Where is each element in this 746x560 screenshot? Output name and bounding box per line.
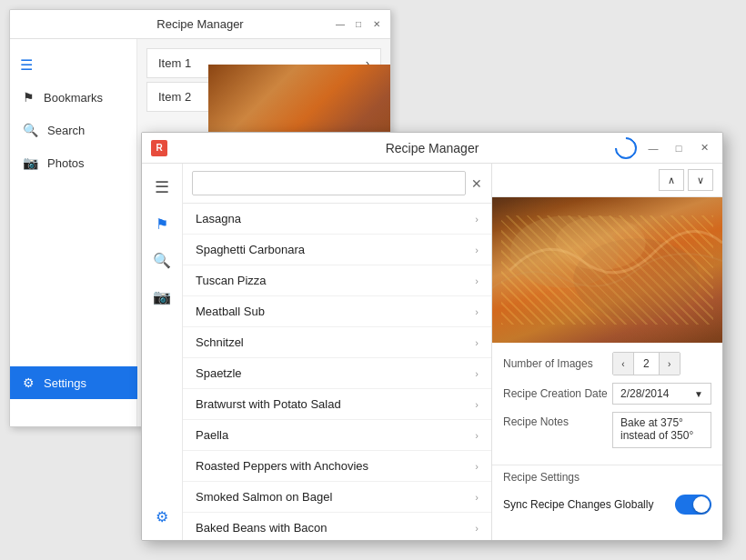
bg-win-controls: — □ ✕	[334, 18, 383, 31]
chevron-icon: ›	[475, 214, 479, 225]
chevron-icon: ›	[475, 492, 479, 503]
nav-up-button[interactable]: ∧	[659, 169, 684, 191]
left-sidebar: ☰ ⚑ 🔍 📷 ⚙	[142, 164, 183, 540]
num-images-label: Number of Images	[503, 357, 612, 370]
search-bar: ✕	[183, 164, 491, 204]
settings-section-label: Recipe Settings	[492, 465, 722, 487]
search-icon: 🔍	[23, 123, 38, 137]
settings-gear-icon: ⚙	[23, 375, 35, 390]
bg-sidebar-bookmarks[interactable]: ⚑ Bookmarks	[10, 81, 136, 114]
chevron-icon: ›	[475, 430, 479, 441]
sync-settings-row: Sync Recipe Changes Globally	[492, 487, 722, 522]
date-container: 2/28/2014 ▼	[612, 383, 711, 405]
toggle-knob	[693, 496, 710, 513]
chevron-icon: ›	[475, 306, 479, 317]
recipe-item-bratwurst[interactable]: Bratwurst with Potato Salad ›	[183, 389, 491, 420]
num-images-row: Number of Images ‹ 2 ›	[503, 352, 711, 375]
search-input[interactable]	[192, 171, 466, 195]
detail-panel: ∧ ∨ Number of Images	[492, 164, 722, 540]
chevron-icon: ›	[475, 245, 479, 255]
bookmark-icon: ⚑	[23, 90, 35, 105]
creation-date-label: Recipe Creation Date	[503, 387, 612, 400]
recipe-item-paella[interactable]: Paella ›	[183, 420, 491, 451]
main-content: ☰ ⚑ 🔍 📷 ⚙ ✕ Lasagna › Spaghetti Carbonar…	[142, 164, 722, 540]
main-window-title: Recipe Manager	[386, 141, 479, 155]
bg-sidebar-settings[interactable]: ⚙ Settings	[10, 366, 137, 399]
stepper-decrease-button[interactable]: ‹	[613, 353, 633, 375]
bg-title-bar: Recipe Manager — □ ✕	[10, 10, 390, 39]
sync-toggle[interactable]	[675, 495, 711, 515]
food-svg	[492, 197, 722, 343]
chevron-icon: ›	[475, 399, 479, 410]
date-value: 2/28/2014	[620, 387, 669, 400]
maximize-button[interactable]: □	[670, 139, 688, 157]
app-icon: R	[151, 140, 167, 156]
bg-sidebar-search[interactable]: 🔍 Search	[10, 114, 136, 146]
recipe-item-roasted-peppers[interactable]: Roasted Peppers with Anchovies ›	[183, 451, 491, 482]
recipe-item-meatball[interactable]: Meatball Sub ›	[183, 296, 491, 327]
bg-window-title: Recipe Manager	[156, 17, 243, 31]
sidebar-bookmark-icon[interactable]: ⚑	[146, 207, 178, 240]
recipe-item-spaghetti[interactable]: Spaghetti Carbonara ›	[183, 235, 491, 265]
creation-date-row: Recipe Creation Date 2/28/2014 ▼	[503, 383, 711, 405]
bg-minimize-btn[interactable]: —	[334, 18, 347, 31]
search-clear-icon[interactable]: ✕	[471, 176, 482, 191]
images-stepper: ‹ 2 ›	[612, 352, 680, 375]
refresh-icon[interactable]	[610, 133, 641, 164]
photos-icon: 📷	[23, 155, 38, 170]
sidebar-search-icon[interactable]: 🔍	[146, 244, 178, 276]
recipe-item-baked-beans[interactable]: Baked Beans with Bacon ›	[183, 513, 491, 540]
sidebar-settings-icon[interactable]: ⚙	[146, 500, 178, 533]
close-button[interactable]: ✕	[695, 139, 713, 157]
notes-container: Bake at 375° instead of 350°	[612, 412, 711, 448]
recipe-item-schnitzel[interactable]: Schnitzel ›	[183, 327, 491, 358]
date-dropdown-icon[interactable]: ▼	[694, 389, 703, 399]
food-image	[492, 197, 722, 343]
bg-sidebar: ☰ ⚑ Bookmarks 🔍 Search 📷 Photos ⚙ Settin…	[10, 39, 137, 426]
notes-value: Bake at 375° instead of 350°	[620, 416, 693, 442]
chevron-icon: ›	[475, 368, 479, 379]
notes-field[interactable]: Bake at 375° instead of 350°	[612, 412, 711, 448]
sync-label: Sync Recipe Changes Globally	[503, 498, 668, 511]
svg-point-3	[555, 215, 645, 270]
bg-maximize-btn[interactable]: □	[352, 18, 365, 31]
recipe-list-panel: ✕ Lasagna › Spaghetti Carbonara › Tuscan…	[183, 164, 492, 540]
chevron-icon: ›	[475, 337, 479, 348]
main-window: R Recipe Manager — □ ✕ ☰ ⚑ 🔍 📷 ⚙ ✕	[141, 132, 723, 541]
recipe-item-lasagna[interactable]: Lasagna ›	[183, 204, 491, 235]
nav-down-button[interactable]: ∨	[688, 169, 713, 191]
bg-menu-icon[interactable]: ☰	[10, 48, 43, 81]
chevron-icon: ›	[475, 461, 479, 472]
notes-label: Recipe Notes	[503, 412, 612, 428]
num-images-stepper-container: ‹ 2 ›	[612, 352, 711, 375]
minimize-button[interactable]: —	[644, 139, 662, 157]
recipe-item-spaetzle[interactable]: Spaetzle ›	[183, 358, 491, 389]
sidebar-menu-icon[interactable]: ☰	[146, 171, 178, 204]
chevron-icon: ›	[475, 275, 479, 286]
stepper-increase-button[interactable]: ›	[660, 353, 680, 375]
stepper-value: 2	[633, 353, 660, 375]
main-title-bar: R Recipe Manager — □ ✕	[142, 133, 722, 164]
recipe-item-tuscan-pizza[interactable]: Tuscan Pizza ›	[183, 265, 491, 296]
recipe-item-smoked-salmon[interactable]: Smoked Salmon on Bagel ›	[183, 482, 491, 513]
bg-sidebar-photos[interactable]: 📷 Photos	[10, 146, 136, 179]
date-picker[interactable]: 2/28/2014 ▼	[612, 383, 711, 405]
chevron-icon: ›	[475, 523, 479, 534]
detail-nav-row: ∧ ∨	[492, 164, 722, 197]
main-win-controls: — □ ✕	[615, 137, 713, 159]
bg-close-btn[interactable]: ✕	[370, 18, 383, 31]
recipe-list: Lasagna › Spaghetti Carbonara › Tuscan P…	[183, 204, 491, 540]
detail-info: Number of Images ‹ 2 › Recipe Creation D…	[492, 343, 722, 465]
notes-row: Recipe Notes Bake at 375° instead of 350…	[503, 412, 711, 448]
sidebar-camera-icon[interactable]: 📷	[146, 280, 178, 313]
